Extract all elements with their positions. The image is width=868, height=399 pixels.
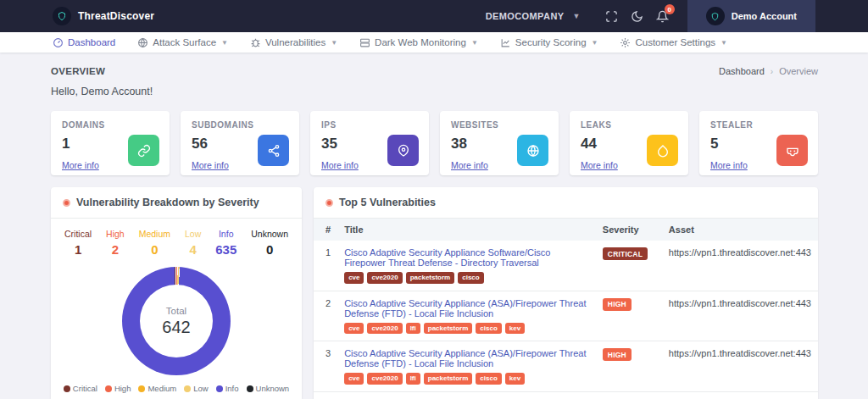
tag: lfi: [406, 323, 420, 335]
count-low: Low4: [185, 229, 201, 257]
mask-icon: [776, 135, 808, 166]
tag: cve: [344, 272, 364, 284]
breadcrumb: Dashboard › Overview: [719, 66, 818, 76]
globe-icon: [517, 135, 548, 166]
chevron-down-icon: ▼: [221, 39, 228, 47]
greeting: Hello, Demo Account!: [51, 86, 153, 97]
tag: cve2020: [367, 272, 402, 284]
tag: kev: [505, 373, 525, 385]
legend-critical[interactable]: Critical: [64, 384, 97, 393]
nav-vulnerabilities[interactable]: Vulnerabilities ▼: [250, 37, 337, 48]
more-info-link[interactable]: More info: [321, 160, 359, 170]
page-title: OVERVIEW: [51, 66, 153, 76]
main-nav: Dashboard Attack Surface ▼ Vulnerabiliti…: [0, 32, 868, 53]
chevron-down-icon: ▼: [721, 39, 727, 47]
top-vulnerabilities-panel: Top 5 Vulnerabities # Title Severity Ass…: [314, 187, 818, 399]
asset: https://vpn1.threatdiscover.net:443: [662, 241, 818, 291]
more-info-link[interactable]: More info: [451, 160, 488, 170]
tag: packetstorm: [424, 373, 473, 385]
count-critical: Critical1: [64, 229, 92, 257]
vulnerability-link[interactable]: Cisco Adaptive Security Appliance Softwa…: [344, 247, 550, 268]
company-dropdown[interactable]: DEMOCOMPANY ▼: [486, 11, 581, 21]
notification-badge: 0: [665, 4, 675, 14]
server-icon: [359, 37, 370, 48]
tag: cve2020: [367, 323, 402, 335]
account-avatar: [706, 7, 725, 25]
bug-icon: [250, 37, 261, 48]
col-title: Title: [337, 219, 596, 241]
severity-counts: Critical1 High2 Medium0 Low4 Info635 Unk…: [51, 219, 302, 260]
breadcrumb-current: Overview: [779, 66, 818, 76]
sitemap-icon: [258, 135, 289, 166]
asset: https://vpn1.threatdiscover.net:443: [662, 341, 818, 392]
tag: cve: [344, 373, 364, 385]
more-info-link[interactable]: More info: [62, 160, 99, 170]
severity-donut-chart: Total 642: [122, 267, 231, 375]
nav-dark-web-monitoring[interactable]: Dark Web Monitoring ▼: [359, 37, 478, 48]
table-row: 2 Cisco Adaptive Security Appliance (ASA…: [314, 291, 818, 341]
tag: packetstorm: [406, 272, 455, 284]
nav-security-scoring[interactable]: Security Scoring ▼: [500, 37, 598, 48]
asset: onlinetreffpunkt.threatdiscover.net: [662, 391, 818, 399]
legend-high[interactable]: High: [105, 384, 131, 393]
tag: cisco: [476, 373, 501, 385]
legend-unknown[interactable]: Unknown: [247, 384, 290, 393]
map-pin-icon: [387, 135, 419, 166]
col-num: #: [314, 219, 337, 241]
account-menu[interactable]: Demo Account: [687, 0, 815, 32]
brand-name: ThreatDiscover: [78, 10, 154, 22]
brand[interactable]: ThreatDiscover: [53, 7, 154, 25]
tag: kev: [505, 323, 525, 335]
gauge-icon: [53, 37, 64, 48]
vulnerability-link[interactable]: Cisco Adaptive Security Appliance (ASA)/…: [344, 348, 586, 369]
topbar: ThreatDiscover DEMOCOMPANY ▼ 0 Demo Acco…: [0, 0, 868, 32]
legend-info[interactable]: Info: [216, 384, 239, 393]
more-info-link[interactable]: More info: [710, 160, 748, 170]
nav-dashboard[interactable]: Dashboard: [53, 37, 115, 48]
panel-marker-icon: [63, 199, 70, 207]
breadcrumb-separator: ›: [771, 67, 773, 76]
legend-low[interactable]: Low: [184, 384, 208, 393]
count-unknown: Unknown0: [251, 229, 288, 257]
brand-shield-icon: [53, 7, 71, 25]
card-domains: DOMAINS 1 More info: [51, 111, 170, 175]
vulnerability-link[interactable]: Cisco Adaptive Security Appliance (ASA)/…: [344, 298, 586, 319]
gear-icon: [620, 37, 631, 48]
tag: cisco: [476, 323, 501, 335]
count-info: Info635: [215, 229, 236, 257]
legend-medium[interactable]: Medium: [138, 384, 176, 393]
tag: packetstorm: [424, 323, 473, 335]
tag: cve2020: [367, 373, 402, 385]
chevron-down-icon: ▼: [331, 39, 337, 47]
vulnerabilities-table: # Title Severity Asset 1 Cisco Adaptive …: [314, 219, 818, 399]
count-high: High2: [106, 229, 125, 257]
severity-badge: CRITICAL: [603, 247, 648, 260]
fullscreen-button[interactable]: [599, 3, 625, 29]
table-row: 4 Mismatched SSL Certificate ssl LOW onl…: [314, 391, 818, 399]
more-info-link[interactable]: More info: [581, 160, 618, 170]
dark-mode-button[interactable]: [625, 3, 650, 29]
nav-attack-surface[interactable]: Attack Surface ▼: [137, 37, 228, 48]
breadcrumb-dashboard[interactable]: Dashboard: [719, 66, 765, 76]
card-leaks: LEAKS 44 More info: [570, 111, 688, 175]
severity-badge: HIGH: [603, 348, 632, 361]
count-medium: Medium0: [139, 229, 170, 257]
chevron-down-icon: ▼: [592, 39, 598, 47]
table-row: 3 Cisco Adaptive Security Appliance (ASA…: [314, 341, 818, 392]
droplet-icon: [647, 135, 678, 166]
globe-icon: [137, 37, 148, 48]
company-name: DEMOCOMPANY: [486, 11, 565, 21]
tag: cisco: [458, 272, 483, 284]
col-asset: Asset: [662, 219, 818, 241]
notifications-button[interactable]: 0: [650, 3, 676, 29]
card-subdomains: SUBDOMAINS 56 More info: [181, 111, 299, 175]
table-row: 1 Cisco Adaptive Security Appliance Soft…: [314, 241, 818, 291]
more-info-link[interactable]: More info: [192, 160, 229, 170]
tag: lfi: [406, 373, 420, 385]
card-stealer: STEALER 5 More info: [699, 111, 818, 175]
col-severity: Severity: [596, 219, 662, 241]
account-name: Demo Account: [732, 11, 797, 21]
donut-legend: Critical High Medium Low Info Unknown: [64, 384, 289, 393]
stat-cards: DOMAINS 1 More info SUBDOMAINS 56 More i…: [51, 111, 818, 175]
nav-customer-settings[interactable]: Customer Settings ▼: [620, 37, 727, 48]
